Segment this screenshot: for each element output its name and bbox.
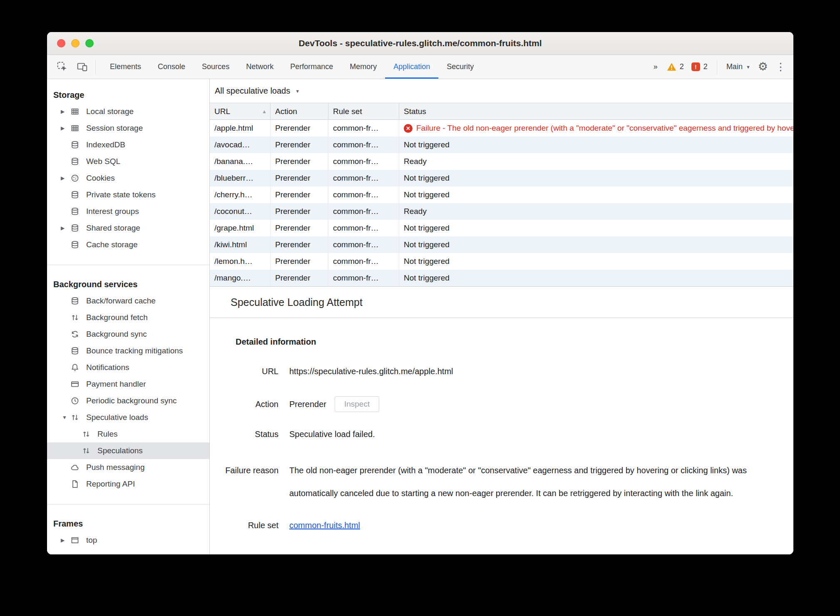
cell-action: Prerender <box>271 137 328 153</box>
sidebar-item-label: Interest groups <box>86 203 139 220</box>
tab-network[interactable]: Network <box>238 55 282 79</box>
sidebar-item-session-storage[interactable]: ▶ Session storage <box>47 120 209 137</box>
table-row[interactable]: /apple.html Prerender common-fr… ✕ Failu… <box>210 120 793 137</box>
collapse-arrow-icon[interactable]: ▼ <box>62 409 67 426</box>
sidebar-item-bounce-tracking-mitigations[interactable]: Bounce tracking mitigations <box>47 343 209 359</box>
minimize-window-button[interactable] <box>71 39 80 47</box>
section-storage: Storage ▶ Local storage ▶ Session storag… <box>47 87 209 253</box>
sidebar-item-payment-handler[interactable]: Payment handler <box>47 376 209 392</box>
rule-set-link[interactable]: common-fruits.html <box>289 521 360 530</box>
table-row[interactable]: /avocad… Prerender common-fr… Not trigge… <box>210 137 793 153</box>
sidebar-item-cookies[interactable]: ▶ Cookies <box>47 170 209 186</box>
toggle-device-toolbar-icon[interactable] <box>74 59 90 75</box>
more-tabs-button[interactable]: » <box>652 62 659 71</box>
table-row[interactable]: /grape.html Prerender common-fr… Not tri… <box>210 220 793 236</box>
sidebar-item-notifications[interactable]: Notifications <box>47 359 209 376</box>
table-row[interactable]: /cherry.h… Prerender common-fr… Not trig… <box>210 186 793 203</box>
tab-application[interactable]: Application <box>385 55 438 79</box>
sidebar-item-top-frame[interactable]: ▶ top <box>47 532 209 549</box>
column-header-action[interactable]: Action <box>271 103 328 119</box>
expand-arrow-icon[interactable]: ▶ <box>61 532 65 549</box>
sidebar-item-rules[interactable]: Rules <box>47 426 209 442</box>
table-row[interactable]: /lemon.h… Prerender common-fr… Not trigg… <box>210 253 793 270</box>
cell-url: /blueberr… <box>210 170 271 186</box>
detail-row-rule-set: Rule set common-fruits.html <box>210 520 793 531</box>
column-header-url[interactable]: URL ▲ <box>210 103 271 119</box>
cell-rule-set: common-fr… <box>328 203 399 220</box>
sidebar-item-background-fetch[interactable]: Background fetch <box>47 309 209 326</box>
sidebar-item-speculative-loads[interactable]: ▼ Speculative loads <box>47 409 209 426</box>
failure-reason-value: The old non-eager prerender (with a "mod… <box>289 459 768 505</box>
close-window-button[interactable] <box>57 39 65 47</box>
speculations-panel: All speculative loads ▼ URL ▲ Action Rul… <box>210 79 793 554</box>
clock-icon <box>70 396 80 405</box>
column-header-status[interactable]: Status <box>399 103 793 119</box>
background-services-section-title: Background services <box>47 276 209 293</box>
sidebar-item-label: Cookies <box>86 170 115 186</box>
cell-action: Prerender <box>271 270 328 286</box>
toolbar-left-icons <box>47 55 102 79</box>
sidebar-item-speculations[interactable]: Speculations <box>47 442 209 459</box>
speculative-loads-filter[interactable]: All speculative loads <box>215 86 290 96</box>
database-icon <box>70 346 80 355</box>
sidebar-item-reporting-api[interactable]: Reporting API <box>47 476 209 492</box>
inspect-cursor-icon <box>57 61 68 72</box>
cell-action: Prerender <box>271 186 328 203</box>
cell-url: /kiwi.html <box>210 236 271 253</box>
sidebar-item-interest-groups[interactable]: Interest groups <box>47 203 209 220</box>
database-icon <box>70 296 80 306</box>
sidebar-item-shared-storage[interactable]: ▶ Shared storage <box>47 220 209 236</box>
sidebar-item-push-messaging[interactable]: Push messaging <box>47 459 209 476</box>
chevron-down-icon[interactable]: ▼ <box>295 89 300 94</box>
issues-counter[interactable]: ! 2 <box>691 62 708 71</box>
main-context-selector[interactable]: Main ▼ <box>726 62 751 71</box>
sidebar-item-label: Background fetch <box>86 309 148 326</box>
sidebar-item-background-sync[interactable]: Background sync <box>47 326 209 343</box>
cell-url: /grape.html <box>210 220 271 236</box>
sidebar-item-private-state-tokens[interactable]: Private state tokens <box>47 186 209 203</box>
tab-console[interactable]: Console <box>149 55 194 79</box>
inspect-element-icon[interactable] <box>54 59 70 75</box>
tab-security[interactable]: Security <box>438 55 482 79</box>
rule-set-label: Rule set <box>210 520 278 531</box>
sidebar-item-periodic-background-sync[interactable]: Periodic background sync <box>47 392 209 409</box>
sidebar-item-back-forward-cache[interactable]: Back/forward cache <box>47 293 209 309</box>
cell-action: Prerender <box>271 153 328 170</box>
tab-elements[interactable]: Elements <box>102 55 149 79</box>
sidebar-item-local-storage[interactable]: ▶ Local storage <box>47 103 209 120</box>
table-row[interactable]: /coconut… Prerender common-fr… Ready <box>210 203 793 220</box>
table-row[interactable]: /mango.… Prerender common-fr… Not trigge… <box>210 270 793 286</box>
tab-memory[interactable]: Memory <box>341 55 385 79</box>
speculations-table: /apple.html Prerender common-fr… ✕ Failu… <box>210 120 793 286</box>
settings-gear-icon[interactable]: ⚙ <box>758 61 768 72</box>
sidebar-item-cache-storage[interactable]: Cache storage <box>47 236 209 253</box>
table-row[interactable]: /kiwi.html Prerender common-fr… Not trig… <box>210 236 793 253</box>
tab-sources[interactable]: Sources <box>194 55 238 79</box>
expand-arrow-icon[interactable]: ▶ <box>61 120 65 137</box>
column-header-rule-set[interactable]: Rule set <box>328 103 399 119</box>
detailed-information-section: Detailed information URL https://specula… <box>210 318 793 554</box>
sidebar-item-label: IndexedDB <box>86 137 125 153</box>
up-down-arrows-icon <box>70 313 80 322</box>
panel-tabs: Elements Console Sources Network Perform… <box>102 55 482 79</box>
sidebar-item-web-sql[interactable]: Web SQL <box>47 153 209 170</box>
table-row[interactable]: /banana.… Prerender common-fr… Ready <box>210 153 793 170</box>
devtools-window: DevTools - speculative-rules.glitch.me/c… <box>47 32 793 554</box>
more-options-kebab-icon[interactable]: ⋮ <box>775 62 786 72</box>
sidebar-item-indexeddb[interactable]: IndexedDB <box>47 137 209 153</box>
expand-arrow-icon[interactable]: ▶ <box>61 170 65 186</box>
tab-performance[interactable]: Performance <box>282 55 341 79</box>
inspect-button[interactable]: Inspect <box>335 396 379 412</box>
grid-header: URL ▲ Action Rule set Status <box>210 103 793 120</box>
table-row[interactable]: /blueberr… Prerender common-fr… Not trig… <box>210 170 793 186</box>
warnings-counter[interactable]: 2 <box>667 62 684 72</box>
zoom-window-button[interactable] <box>85 39 94 47</box>
database-icon <box>70 224 80 233</box>
failure-reason-label: Failure reason <box>210 459 278 482</box>
toolbar-right: » 2 ! 2 Main ▼ ⚙ ⋮ <box>652 55 793 79</box>
detail-row-status: Status Speculative load failed. <box>210 429 793 440</box>
expand-arrow-icon[interactable]: ▶ <box>61 103 65 120</box>
status-value: Speculative load failed. <box>289 429 793 440</box>
traffic-lights <box>57 39 94 47</box>
expand-arrow-icon[interactable]: ▶ <box>61 220 65 236</box>
